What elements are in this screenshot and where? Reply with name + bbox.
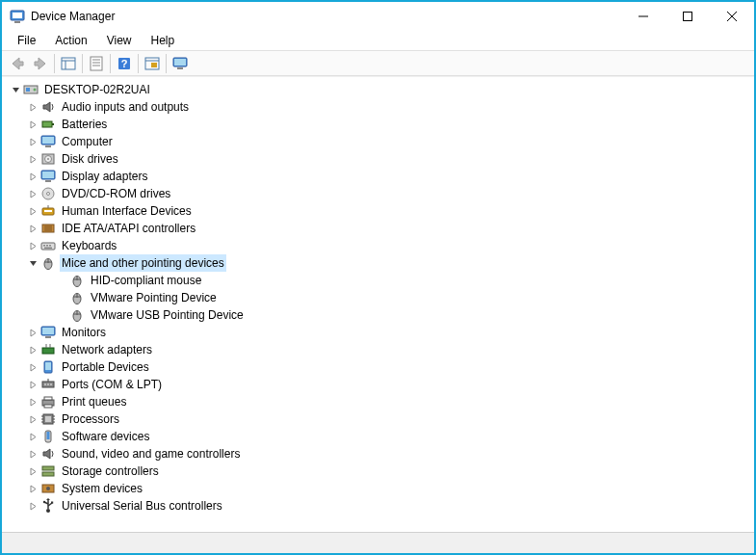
minimize-button[interactable] — [621, 2, 665, 31]
tree-item-label: Keyboards — [60, 237, 118, 254]
svg-rect-29 — [45, 145, 51, 147]
menu-action[interactable]: Action — [47, 32, 94, 49]
tree-category[interactable]: Display adapters — [6, 168, 750, 185]
tree-device[interactable]: VMware USB Pointing Device — [6, 306, 750, 324]
titlebar: Device Manager — [2, 2, 754, 31]
tree-category[interactable]: Ports (COM & LPT) — [6, 376, 750, 393]
toolbar-separator — [54, 54, 55, 73]
close-button[interactable] — [710, 2, 754, 31]
menu-view[interactable]: View — [99, 32, 140, 49]
computer-icon — [23, 82, 39, 97]
mouse-icon — [40, 255, 56, 271]
menu-file[interactable]: File — [10, 32, 43, 49]
tree-device[interactable]: VMware Pointing Device — [6, 289, 750, 306]
tree-category[interactable]: Disk drives — [6, 150, 750, 168]
tree-category[interactable]: Storage controllers — [6, 462, 750, 480]
hid-icon — [40, 203, 56, 219]
tree-category[interactable]: Sound, video and game controllers — [6, 445, 750, 462]
svg-rect-26 — [52, 123, 54, 125]
expander-icon[interactable] — [27, 188, 39, 199]
expander-icon[interactable] — [10, 84, 21, 95]
svg-point-32 — [47, 158, 49, 160]
tree-category[interactable]: Keyboards — [6, 237, 750, 254]
expander-icon[interactable] — [27, 344, 39, 356]
battery-icon — [40, 117, 56, 132]
tree-item-label: Human Interface Devices — [60, 202, 194, 220]
tree-category[interactable]: Processors — [6, 410, 750, 428]
expander-icon[interactable] — [27, 448, 39, 460]
help-button[interactable]: ? — [113, 52, 136, 74]
expander-icon[interactable] — [27, 396, 39, 408]
tree-category[interactable]: Software devices — [6, 428, 750, 445]
tree-category[interactable]: Universal Serial Bus controllers — [6, 497, 750, 515]
svg-rect-87 — [47, 432, 50, 439]
expander-icon — [56, 275, 67, 286]
expander-icon[interactable] — [27, 465, 39, 477]
maximize-button[interactable] — [665, 2, 710, 31]
svg-point-71 — [44, 383, 46, 385]
tree-category[interactable]: Batteries — [6, 116, 750, 133]
tree-device[interactable]: HID-compliant mouse — [6, 272, 750, 289]
tree-category[interactable]: Network adapters — [6, 341, 750, 358]
expander-icon[interactable] — [27, 171, 39, 182]
monitor-icon-button[interactable] — [169, 52, 192, 74]
menu-help[interactable]: Help — [143, 32, 183, 49]
expander-icon[interactable] — [27, 483, 39, 494]
svg-rect-89 — [42, 472, 54, 476]
tree-category[interactable]: Monitors — [6, 324, 750, 341]
tree-category[interactable]: Human Interface Devices — [6, 202, 750, 220]
show-hide-tree-button[interactable] — [57, 52, 80, 74]
tree-item-label: Ports (COM & LPT) — [60, 376, 164, 393]
expander-icon[interactable] — [27, 327, 39, 338]
tree-root[interactable]: DESKTOP-02R2UAI — [6, 81, 750, 98]
scan-button[interactable] — [141, 52, 164, 74]
tree-category[interactable]: Mice and other pointing devices — [6, 254, 750, 272]
tree-category[interactable]: IDE ATA/ATAPI controllers — [6, 220, 750, 237]
expander-icon[interactable] — [27, 223, 39, 234]
properties-button[interactable] — [85, 52, 108, 74]
tree-category[interactable]: System devices — [6, 480, 750, 497]
tree-item-label: Processors — [60, 410, 121, 428]
tree-item-label: Sound, video and game controllers — [60, 445, 242, 462]
tree-category[interactable]: Audio inputs and outputs — [6, 98, 750, 116]
svg-rect-65 — [42, 348, 54, 354]
expander-icon[interactable] — [27, 500, 39, 512]
speaker-icon — [40, 99, 56, 115]
svg-rect-48 — [49, 245, 51, 247]
expander-icon[interactable] — [27, 257, 39, 269]
svg-rect-23 — [26, 88, 30, 92]
device-tree[interactable]: DESKTOP-02R2UAI Audio inputs and outputs… — [2, 76, 754, 532]
tree-category[interactable]: Portable Devices — [6, 358, 750, 376]
expander-icon[interactable] — [27, 413, 39, 425]
tree-item-label: DESKTOP-02R2UAI — [42, 81, 152, 98]
expander-icon[interactable] — [27, 101, 39, 113]
storage-icon — [40, 463, 56, 479]
svg-point-92 — [46, 509, 50, 513]
expander-icon[interactable] — [27, 240, 39, 251]
svg-rect-1 — [13, 13, 22, 18]
mouse-icon — [69, 290, 85, 305]
expander-icon[interactable] — [27, 379, 39, 390]
expander-icon[interactable] — [27, 119, 39, 130]
svg-rect-4 — [684, 13, 692, 21]
toolbar: ? — [2, 50, 754, 76]
svg-rect-47 — [46, 245, 48, 247]
tree-item-label: Portable Devices — [60, 358, 151, 376]
expander-icon[interactable] — [27, 431, 39, 442]
monitor-icon — [40, 134, 56, 149]
menubar: File Action View Help — [2, 31, 754, 50]
tree-item-label: Disk drives — [60, 150, 120, 168]
svg-text:?: ? — [121, 58, 128, 69]
expander-icon[interactable] — [27, 136, 39, 147]
expander-icon[interactable] — [27, 361, 39, 373]
tree-category[interactable]: Computer — [6, 133, 750, 150]
tree-item-label: Batteries — [60, 116, 109, 133]
expander-icon[interactable] — [27, 153, 39, 165]
forward-button[interactable] — [29, 52, 52, 74]
svg-rect-79 — [45, 416, 51, 422]
status-bar — [2, 532, 754, 553]
back-button[interactable] — [6, 52, 29, 74]
tree-category[interactable]: Print queues — [6, 393, 750, 410]
expander-icon[interactable] — [27, 205, 39, 217]
tree-category[interactable]: DVD/CD-ROM drives — [6, 185, 750, 202]
